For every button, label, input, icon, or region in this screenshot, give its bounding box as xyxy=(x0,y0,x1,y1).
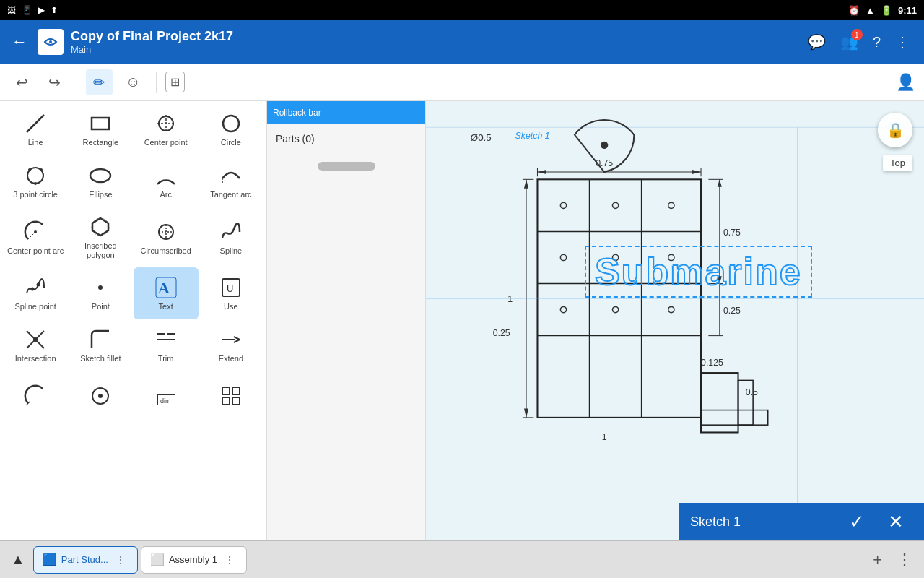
tool-circumscribed-label: Circumscribed xyxy=(140,246,191,256)
svg-marker-79 xyxy=(524,409,528,418)
svg-text:Sketch 1: Sketch 1 xyxy=(515,131,550,141)
svg-rect-44 xyxy=(222,397,230,405)
toolbar: ↩ ↪ ✏ ☺ ⊞ 👤 xyxy=(0,64,924,101)
canvas-drawing: Ø0.5 Sketch 1 xyxy=(426,101,924,540)
top-view-button[interactable]: Top xyxy=(883,155,912,171)
tool-text-label: Text xyxy=(159,302,173,311)
tab-assembly[interactable]: ⬜ Assembly 1 ⋮ xyxy=(141,546,247,574)
tool-spline-point[interactable]: Spline point xyxy=(3,267,68,319)
tool-trim[interactable]: Trim xyxy=(134,319,199,371)
help-icon: ? xyxy=(873,34,881,50)
svg-text:1: 1 xyxy=(602,432,607,442)
redo-button[interactable]: ↪ xyxy=(41,69,68,95)
tool-rectangle-label: Rectangle xyxy=(83,138,119,147)
assembly-icon: ⬜ xyxy=(150,553,165,566)
tool-spline[interactable]: Spline xyxy=(199,208,263,267)
tool-line[interactable]: Line xyxy=(3,104,68,156)
svg-point-59 xyxy=(560,254,566,260)
tool-row5b[interactable] xyxy=(68,371,133,423)
svg-point-62 xyxy=(560,306,566,312)
add-tab-button[interactable]: + xyxy=(867,548,888,572)
tool-center-point-arc-label: Center point arc xyxy=(7,246,64,256)
undo-button[interactable]: ↩ xyxy=(9,69,35,95)
tool-row5a[interactable] xyxy=(3,371,68,423)
svg-marker-78 xyxy=(524,179,528,188)
rollback-bar[interactable]: Rollback bar xyxy=(267,101,425,124)
tab-part-studio[interactable]: 🟦 Part Stud... ⋮ xyxy=(33,546,138,574)
svg-rect-91 xyxy=(701,410,768,426)
tool-use-label: Use xyxy=(224,302,238,311)
tool-rectangle[interactable]: Rectangle xyxy=(68,104,133,156)
help-button[interactable]: ? xyxy=(867,28,886,56)
tab-assembly-label: Assembly 1 xyxy=(169,554,217,565)
tool-3point-circle-label: 3 point circle xyxy=(13,190,58,199)
grid-button[interactable]: ⊞ xyxy=(165,72,185,92)
tool-row5c[interactable]: dim xyxy=(134,371,199,423)
users-button[interactable]: 👥 1 xyxy=(834,27,864,56)
tool-circle-label: Circle xyxy=(221,138,241,147)
pen-button[interactable]: ✏ xyxy=(86,69,113,95)
app-bar: ← Copy of Final Project 2k17 Main 💬 👥 1 … xyxy=(0,20,924,64)
lock-rotate-button[interactable]: 🔒 xyxy=(878,113,912,147)
svg-point-10 xyxy=(34,182,37,185)
tool-ellipse[interactable]: Ellipse xyxy=(68,156,133,208)
svg-rect-42 xyxy=(222,387,230,394)
tool-spline-point-label: Spline point xyxy=(14,302,56,311)
sketch-close-button[interactable]: ✕ xyxy=(879,508,912,536)
tab-assembly-more[interactable]: ⋮ xyxy=(222,551,237,569)
svg-point-57 xyxy=(612,202,618,208)
svg-text:U: U xyxy=(227,283,233,294)
canvas-area[interactable]: Ø0.5 Sketch 1 xyxy=(426,101,924,540)
part-studio-icon: 🟦 xyxy=(43,553,57,566)
svg-text:0.25: 0.25 xyxy=(723,306,741,316)
tab-part-studio-more[interactable]: ⋮ xyxy=(113,551,128,569)
emoji-button[interactable]: ☺ xyxy=(118,69,147,95)
tool-sketch-fillet-label: Sketch fillet xyxy=(80,354,121,363)
status-bar-left: 🖼 📱 ▶ ⬆ xyxy=(7,5,58,15)
tool-intersection-label: Intersection xyxy=(15,354,56,363)
svg-rect-89 xyxy=(701,373,738,432)
tool-3point-circle[interactable]: 3 point circle xyxy=(3,156,68,208)
svg-point-20 xyxy=(31,287,35,290)
tool-center-point-arc[interactable]: Center point arc xyxy=(3,208,68,267)
tool-center-point[interactable]: Center point xyxy=(134,104,199,156)
svg-text:0.125: 0.125 xyxy=(701,358,723,368)
svg-text:dim: dim xyxy=(160,397,171,405)
chat-button[interactable]: 💬 xyxy=(802,27,832,56)
youtube-icon: ▶ xyxy=(38,5,45,15)
tool-row5d[interactable] xyxy=(199,371,263,423)
chat-icon: 💬 xyxy=(808,34,826,50)
tool-circle[interactable]: Circle xyxy=(199,104,263,156)
tool-arc[interactable]: Arc xyxy=(134,156,199,208)
tool-point-label: Point xyxy=(92,302,110,311)
back-button[interactable]: ← xyxy=(9,30,30,54)
tool-circumscribed[interactable]: Circumscribed xyxy=(134,208,199,267)
more-button[interactable]: ⋮ xyxy=(889,27,915,56)
sketch-confirm-button[interactable]: ✓ xyxy=(840,508,873,536)
tool-point[interactable]: Point xyxy=(68,267,133,319)
svg-text:1: 1 xyxy=(507,294,513,304)
tool-inscribed-polygon[interactable]: Inscribed polygon xyxy=(68,208,133,267)
expand-button[interactable]: ▲ xyxy=(6,549,30,570)
sketch-confirm-title: Sketch 1 xyxy=(690,514,834,530)
tool-intersection[interactable]: Intersection xyxy=(3,319,68,371)
toolbar-divider xyxy=(77,72,77,93)
svg-marker-16 xyxy=(92,218,108,236)
svg-point-64 xyxy=(668,306,674,312)
tool-arc-label: Arc xyxy=(160,190,172,199)
svg-marker-86 xyxy=(692,170,701,174)
tool-text[interactable]: A Text xyxy=(134,267,199,319)
sketch-confirm-bar: Sketch 1 ✓ ✕ xyxy=(679,503,924,540)
svg-point-56 xyxy=(560,202,566,208)
project-title: Copy of Final Project 2k17 xyxy=(71,29,795,44)
svg-point-38 xyxy=(98,394,103,398)
app-logo xyxy=(38,29,64,55)
tool-use[interactable]: U Use xyxy=(199,267,263,319)
svg-point-60 xyxy=(612,254,618,260)
project-subtitle: Main xyxy=(71,44,795,55)
main-content: Line Rectangle Center point Circle xyxy=(0,101,924,540)
tool-extend[interactable]: Extend xyxy=(199,319,263,371)
tool-sketch-fillet[interactable]: Sketch fillet xyxy=(68,319,133,371)
tool-tangent-arc[interactable]: Tangent arc xyxy=(199,156,263,208)
more-tabs-button[interactable]: ⋮ xyxy=(891,548,918,572)
